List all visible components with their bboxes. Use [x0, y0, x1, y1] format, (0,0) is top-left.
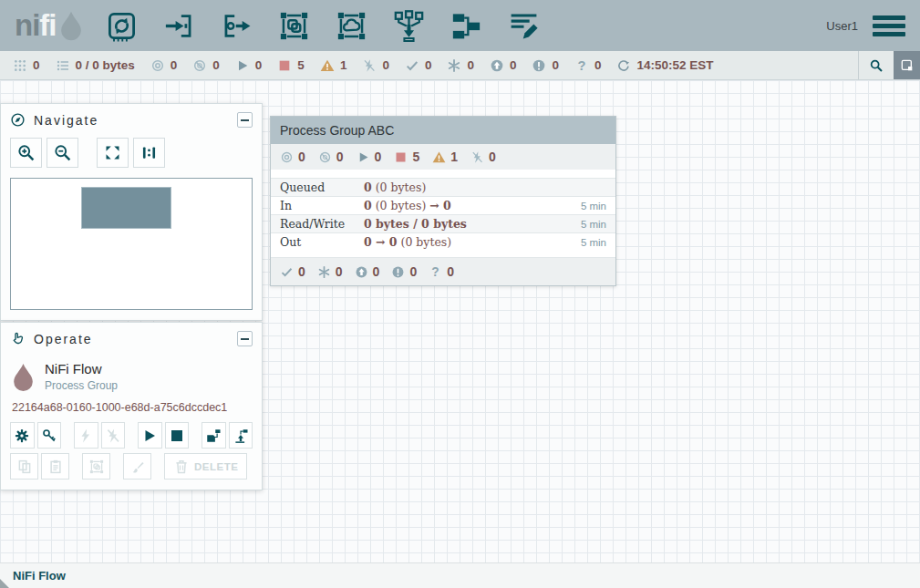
- stat-stopped: 5: [277, 58, 305, 73]
- operate-title: Operate: [34, 332, 93, 346]
- stop-button[interactable]: [165, 422, 190, 449]
- logo-text-fi: fi: [39, 4, 56, 47]
- breadcrumb-root[interactable]: NiFi Flow: [13, 569, 66, 583]
- input-port-tool[interactable]: [162, 9, 196, 43]
- pg-up-to-date-count: 0: [298, 264, 305, 279]
- change-color-button[interactable]: [123, 453, 151, 480]
- configuration-button[interactable]: [10, 422, 35, 449]
- sync-failure-question-icon: [429, 265, 442, 279]
- operate-collapse-button[interactable]: [237, 331, 253, 346]
- refresh-icon[interactable]: [616, 58, 631, 73]
- remote-process-group-tool[interactable]: [335, 9, 368, 43]
- resize-grip[interactable]: [0, 579, 9, 588]
- play-icon: [141, 428, 158, 444]
- zoom-fit-button[interactable]: [97, 138, 129, 168]
- label-tool[interactable]: [507, 9, 541, 43]
- flow-canvas[interactable]: Process Group ABC 0 0 0 5: [0, 80, 920, 562]
- operate-buttons-row-2: DELETE: [1, 453, 262, 480]
- minimap-component-rect[interactable]: [81, 187, 171, 229]
- zoom-out-button[interactable]: [47, 138, 78, 168]
- operate-flow-id: 22164a68-0160-1000-e68d-a75c6dccdec1: [1, 395, 262, 422]
- global-menu-button[interactable]: [873, 12, 905, 40]
- stat-not-transmitting: 0: [192, 58, 220, 73]
- output-port-tool[interactable]: [220, 9, 253, 43]
- hamburger-icon: [873, 15, 905, 20]
- process-group-tool[interactable]: [277, 9, 311, 43]
- disable-button[interactable]: [101, 422, 126, 449]
- disabled-bolt-icon: [362, 58, 377, 73]
- locally-modified-count: 0: [467, 58, 474, 72]
- navigate-title: Navigate: [34, 113, 98, 128]
- operate-flow-type: Process Group: [45, 379, 118, 392]
- input-port-icon: [162, 9, 196, 43]
- search-button[interactable]: [859, 51, 894, 79]
- row-window: 5 min: [581, 199, 606, 213]
- invalid-warning-icon: [320, 58, 335, 73]
- pg-stat-disabled: 0: [470, 150, 496, 164]
- running-count: 0: [255, 58, 263, 72]
- process-group-name[interactable]: Process Group ABC: [271, 117, 615, 144]
- birdseye-toggle-button[interactable]: [894, 51, 920, 79]
- pg-sync-failure: 0: [429, 264, 454, 279]
- copy-button[interactable]: [10, 453, 38, 480]
- queued-count: 0 / 0 bytes: [76, 58, 135, 72]
- sticky-note-icon: [900, 58, 915, 73]
- row-label: In: [280, 199, 364, 213]
- process-group-version-row: 0 0 0 0 0: [271, 257, 615, 285]
- pg-stale: 0: [355, 264, 380, 279]
- remote-process-group-icon: [335, 9, 368, 43]
- delete-button[interactable]: DELETE: [164, 453, 247, 480]
- stopped-icon: [394, 150, 408, 164]
- last-refreshed: 14:50:52 EST: [616, 58, 713, 73]
- process-group-component[interactable]: Process Group ABC 0 0 0 5: [270, 116, 616, 286]
- row-value: 0 → 0 (0 bytes): [364, 235, 581, 250]
- stat-transmitting: 0: [150, 58, 178, 73]
- sync-failure-question-icon: [574, 58, 589, 73]
- invalid-count: 1: [340, 58, 347, 72]
- birdseye-minimap[interactable]: [10, 178, 253, 310]
- locally-modified-stale-icon: [532, 58, 546, 73]
- row-value: 0 (0 bytes) → 0: [364, 199, 581, 213]
- template-tool[interactable]: [450, 9, 483, 43]
- navigate-header: Navigate: [1, 104, 262, 134]
- zoom-fit-icon: [103, 143, 122, 162]
- start-button[interactable]: [138, 422, 162, 449]
- zoom-out-icon: [53, 143, 72, 162]
- nifi-droplet-icon: [59, 10, 83, 43]
- funnel-tool[interactable]: [392, 9, 426, 43]
- access-policies-button[interactable]: [37, 422, 62, 449]
- copy-icon: [16, 459, 33, 475]
- pg-stat-not-transmitting: 0: [318, 150, 344, 164]
- queued-list-icon: [56, 58, 70, 73]
- last-refreshed-time: 14:50:52 EST: [636, 58, 713, 72]
- operate-header: Operate: [1, 323, 262, 353]
- minus-icon: [241, 119, 249, 121]
- row-window: 5 min: [581, 235, 606, 250]
- upload-template-icon: [233, 428, 249, 444]
- navigate-collapse-button[interactable]: [237, 112, 253, 128]
- row-value: 0 (0 bytes): [364, 181, 606, 195]
- disabled-bolt-icon: [470, 150, 484, 164]
- pg-locally-modified-stale-count: 0: [409, 264, 417, 279]
- gear-icon: [14, 428, 30, 444]
- zoom-actual-size-button[interactable]: [133, 138, 165, 168]
- group-button[interactable]: [82, 453, 110, 480]
- stat-locally-modified-stale: 0: [532, 58, 559, 73]
- zoom-in-button[interactable]: [10, 138, 42, 168]
- upload-template-button[interactable]: [229, 422, 253, 449]
- up-to-date-check-icon: [280, 265, 294, 279]
- paste-button[interactable]: [41, 453, 69, 480]
- pg-locally-modified-stale: 0: [391, 264, 417, 279]
- navigate-panel: Navigate: [0, 103, 263, 321]
- row-window: 5 min: [581, 217, 606, 232]
- pg-locally-modified-count: 0: [336, 264, 343, 279]
- enable-button[interactable]: [74, 422, 98, 449]
- create-template-button[interactable]: [202, 422, 226, 449]
- transmitting-icon: [280, 150, 294, 164]
- label-icon: [507, 9, 541, 43]
- processor-tool[interactable]: [105, 9, 139, 43]
- row-label: Read/Write: [280, 217, 364, 232]
- top-bar: nifi User1: [0, 0, 920, 51]
- running-icon: [235, 58, 250, 73]
- locally-modified-stale-icon: [391, 265, 405, 279]
